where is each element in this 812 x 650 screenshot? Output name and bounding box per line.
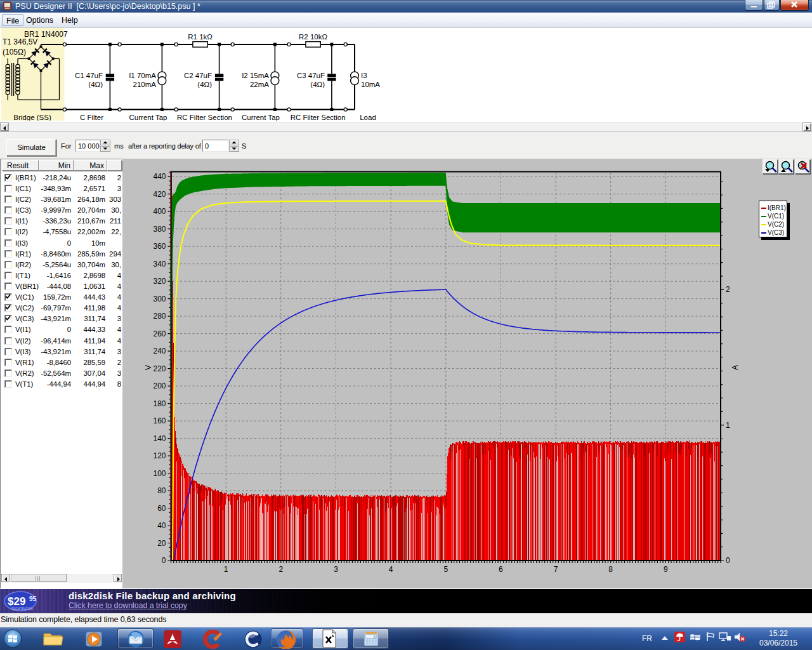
svg-text:(4Ω): (4Ω) <box>310 81 325 88</box>
svg-text:400: 400 <box>153 207 166 216</box>
svg-text:300: 300 <box>153 295 166 303</box>
svg-text:10mA: 10mA <box>361 81 380 88</box>
svg-text:240: 240 <box>153 347 166 355</box>
svg-text:360: 360 <box>153 242 166 251</box>
svg-text:200: 200 <box>153 381 166 390</box>
svg-text:C3 47uF: C3 47uF <box>297 72 325 79</box>
svg-text:REGISTRATION: REGISTRATION <box>11 607 32 611</box>
svg-text:5: 5 <box>443 565 448 574</box>
svg-text:95: 95 <box>29 595 37 602</box>
svg-text:9: 9 <box>664 565 668 574</box>
svg-text:C2 47uF: C2 47uF <box>184 72 212 79</box>
svg-text:140: 140 <box>153 434 166 443</box>
svg-text:60: 60 <box>157 504 166 513</box>
svg-text:20: 20 <box>157 539 166 548</box>
svg-text:280: 280 <box>153 312 166 321</box>
svg-text:260: 260 <box>153 329 166 338</box>
svg-text:380: 380 <box>153 225 166 234</box>
svg-text:220: 220 <box>153 364 166 373</box>
svg-text:T1 346,5V: T1 346,5V <box>3 37 37 46</box>
svg-text:120: 120 <box>153 451 166 460</box>
svg-text:$29: $29 <box>8 595 25 607</box>
svg-text:2: 2 <box>726 285 730 294</box>
svg-text:C Filter: C Filter <box>80 114 103 121</box>
svg-text:R2 10kΩ: R2 10kΩ <box>299 33 327 41</box>
svg-text:1: 1 <box>726 421 730 430</box>
svg-text:R1 1kΩ: R1 1kΩ <box>188 33 213 41</box>
svg-text:210mA: 210mA <box>133 81 157 88</box>
svg-text:6: 6 <box>499 565 503 574</box>
svg-text:RC Filter Section: RC Filter Section <box>291 114 346 121</box>
svg-text:0: 0 <box>726 556 730 565</box>
svg-text:1: 1 <box>224 565 228 574</box>
svg-text:2: 2 <box>278 565 283 574</box>
svg-text:V: V <box>144 365 153 370</box>
svg-text:Current Tap: Current Tap <box>129 114 167 121</box>
svg-text:A: A <box>731 365 740 370</box>
svg-text:(4Ω): (4Ω) <box>88 81 103 88</box>
svg-text:22mA: 22mA <box>250 81 269 88</box>
svg-text:C1 47uF: C1 47uF <box>75 72 103 79</box>
svg-text:Bridge (SS): Bridge (SS) <box>13 114 51 121</box>
svg-text:Load: Load <box>360 114 376 121</box>
svg-text:I2 15mA: I2 15mA <box>242 72 269 79</box>
svg-text:340: 340 <box>153 260 166 269</box>
svg-text:180: 180 <box>153 399 166 408</box>
svg-text:420: 420 <box>153 190 166 199</box>
svg-text:440: 440 <box>153 172 166 181</box>
svg-text:0: 0 <box>162 556 166 565</box>
svg-text:3: 3 <box>334 565 338 574</box>
svg-text:(105Ω): (105Ω) <box>3 48 26 56</box>
svg-text:7: 7 <box>554 565 558 574</box>
svg-text:Current Tap: Current Tap <box>242 114 280 121</box>
svg-text:80: 80 <box>157 486 166 495</box>
svg-text:40: 40 <box>157 521 166 530</box>
svg-text:160: 160 <box>153 416 166 425</box>
svg-text:8: 8 <box>608 565 613 574</box>
svg-text:320: 320 <box>153 277 166 286</box>
svg-text:RC Filter Section: RC Filter Section <box>177 114 232 121</box>
svg-text:(4Ω): (4Ω) <box>197 81 212 88</box>
svg-text:I3: I3 <box>361 72 367 79</box>
svg-text:4: 4 <box>389 565 393 574</box>
svg-text:I1 70mA: I1 70mA <box>129 72 156 79</box>
svg-text:100: 100 <box>153 469 166 478</box>
